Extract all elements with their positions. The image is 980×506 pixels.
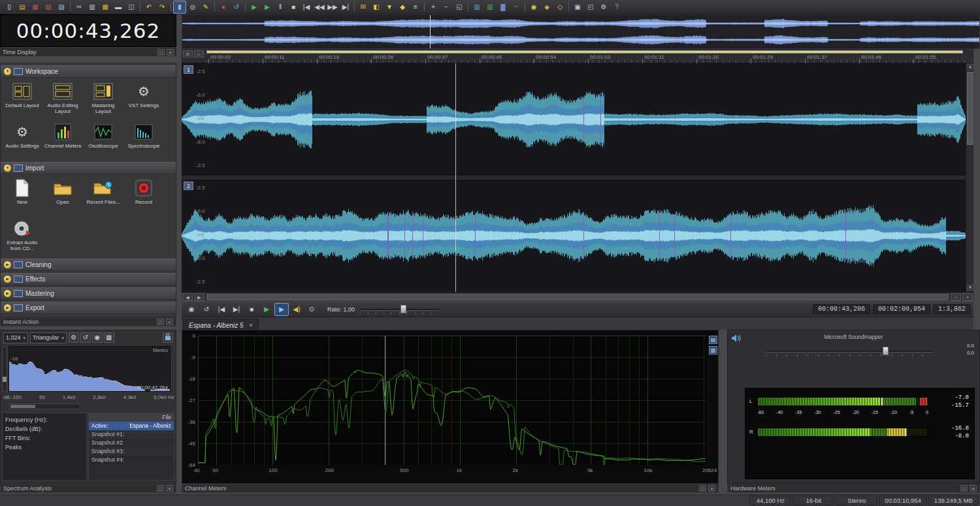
close-window-button[interactable]: × (166, 485, 173, 492)
auto-ripple-icon[interactable]: ≡ (409, 1, 422, 14)
record-button[interactable]: ◉ (184, 303, 199, 316)
channel-meters-button[interactable]: Channel Meters (42, 119, 83, 159)
waveform-overview[interactable] (182, 14, 980, 49)
section-collapse-icon[interactable]: ▼ (4, 68, 11, 75)
output-gain-fader[interactable] (766, 346, 933, 356)
fft-size-select[interactable]: 1,024 ▾ (3, 332, 28, 343)
close-window-button[interactable]: × (708, 485, 715, 492)
help-icon[interactable]: ? (610, 1, 623, 14)
go-to-start-button[interactable]: |◀ (214, 303, 229, 316)
scrollbar-thumb[interactable] (967, 72, 973, 145)
spectrum-display[interactable]: Stereo -18 00:00:42,264 (8, 346, 171, 392)
scroll-up-button[interactable]: ▲ (966, 63, 973, 71)
float-window-button[interactable]: □ (699, 485, 706, 492)
channel-1-badge[interactable]: 1 (184, 65, 193, 74)
file-tab[interactable]: Espana - Albeniz 5 × (183, 319, 259, 330)
stop-icon[interactable]: ■ (287, 1, 300, 14)
sa-snapshot-icon[interactable]: ◉ (92, 332, 103, 343)
section-expand-icon[interactable]: ▶ (4, 276, 11, 283)
play-button[interactable]: ▶ (259, 303, 274, 316)
ruler-marker-mode-icon[interactable]: ⊙ (183, 50, 193, 57)
snapshot-row[interactable]: Snapshot #4: (89, 456, 174, 464)
insert-marker-icon[interactable]: ▼ (383, 1, 396, 14)
forward-icon[interactable]: ▶▶ (326, 1, 339, 14)
cut-icon[interactable]: ✂ (73, 1, 86, 14)
section-header-mastering[interactable]: ▶Mastering (1, 287, 176, 300)
go-to-start-icon[interactable]: |◀ (300, 1, 313, 14)
rewind-icon[interactable]: ◀◀ (313, 1, 326, 14)
close-window-button[interactable]: × (166, 319, 173, 325)
play-all-icon[interactable]: ▶ (248, 1, 261, 14)
overview-canvas[interactable] (182, 15, 979, 48)
play-plugin-chain-button[interactable]: ▶ (274, 303, 289, 316)
section-header-workspace[interactable]: ▼Workspace (1, 65, 176, 78)
crossfade-tool-icon[interactable]: ◧ (370, 1, 383, 14)
window-type-select[interactable]: Triangular ▾ (30, 332, 67, 343)
sa-grid-icon[interactable]: ▦ (104, 332, 114, 343)
section-header-export[interactable]: ▶Export (1, 302, 176, 314)
cm-display-mode-button[interactable]: ▤ (709, 336, 717, 344)
window-docks-icon[interactable]: ▣ (571, 1, 584, 14)
trim-icon[interactable]: ▬ (112, 1, 125, 14)
audio-editing-layout-button[interactable]: Audio Editing Layout (42, 78, 83, 119)
envelope-tool-icon[interactable]: ✉ (357, 1, 370, 14)
hardware-meters-toggle-icon[interactable]: ▥ (483, 1, 497, 14)
spectroscope-button[interactable]: Spectroscope (123, 119, 164, 159)
file-open-icon[interactable]: ▤ (16, 1, 29, 14)
oscilloscope-toggle-icon[interactable]: ~ (510, 1, 523, 14)
scroll-down-button[interactable]: ▼ (966, 284, 973, 292)
ruler-loop-region-icon[interactable]: ↔ (194, 50, 204, 57)
file-new-icon[interactable]: ▯ (3, 1, 16, 14)
fader-handle[interactable] (883, 347, 889, 355)
play-icon[interactable]: ▶ (261, 1, 274, 14)
pencil-tool-icon[interactable]: ✎ (199, 1, 212, 14)
default-layout-button[interactable]: Default Layout (2, 78, 42, 119)
copy-icon[interactable]: ▥ (86, 1, 99, 14)
undo-icon[interactable]: ↶ (142, 1, 155, 14)
scrub-button[interactable]: ◀) (289, 303, 304, 316)
rate-slider[interactable] (360, 305, 438, 314)
snapshot-row[interactable]: Snapshot #3: (89, 447, 174, 456)
file-save-icon[interactable]: ▦ (29, 1, 42, 14)
spectrum-zoom-slider[interactable] (2, 347, 7, 392)
new-button[interactable]: New (2, 175, 42, 215)
zoom-out-icon[interactable]: − (440, 1, 453, 14)
scrollbar-thumb[interactable] (206, 294, 949, 300)
slider-handle[interactable] (400, 305, 406, 313)
section-expand-icon[interactable]: ▶ (4, 304, 11, 311)
time-ruler[interactable]: ⊙↔ 00:00:0200:00:1100:00:1900:00:2800:00… (182, 49, 973, 63)
lock-icon[interactable] (163, 332, 173, 343)
channel1-waveform[interactable] (182, 63, 966, 176)
channel2-waveform[interactable] (182, 180, 966, 292)
scrollbar-thumb[interactable] (10, 405, 35, 408)
float-window-button[interactable]: □ (960, 485, 968, 492)
pause-icon[interactable]: ‖ (274, 1, 287, 14)
plugin-chain-icon[interactable]: ⚙ (597, 1, 610, 14)
section-header-cleaning[interactable]: ▶Cleaning (1, 259, 176, 271)
stop-button[interactable]: ■ (244, 303, 259, 316)
vertical-scrollbar[interactable]: ▲ ▼ (966, 63, 973, 292)
audio-settings-button[interactable]: ⚙Audio Settings (2, 119, 42, 159)
float-window-button[interactable]: □ (157, 49, 165, 55)
insert-region-icon[interactable]: ◆ (396, 1, 409, 14)
workspace-layout-icon[interactable]: ◰ (584, 1, 597, 14)
close-window-button[interactable]: × (970, 485, 977, 492)
mix-icon[interactable]: ◫ (125, 1, 138, 14)
channel-2-badge[interactable]: 2 (184, 182, 193, 190)
redo-icon[interactable]: ↷ (155, 1, 169, 14)
recent-files-button[interactable]: Recent Files... (83, 175, 123, 215)
spectrum-hscrollbar[interactable] (8, 403, 80, 409)
zoom-in-icon[interactable]: + (427, 1, 440, 14)
horizontal-scrollbar[interactable]: ◀ ▶ − + (182, 292, 973, 301)
zoom-in-button[interactable]: + (962, 293, 973, 301)
section-header-effects[interactable]: ▶Effects (1, 273, 176, 285)
file-properties-icon[interactable]: ▧ (42, 1, 55, 14)
unlock-view-icon[interactable]: ◇ (553, 1, 566, 14)
close-window-button[interactable]: × (167, 49, 174, 55)
section-header-import[interactable]: ▼Import (1, 162, 176, 174)
section-collapse-icon[interactable]: ▼ (4, 165, 11, 172)
spectrum-toggle-icon[interactable]: ▓ (497, 1, 510, 14)
magnify-tool-icon[interactable]: ◎ (186, 1, 199, 14)
slider-thumb[interactable] (3, 377, 7, 382)
lock-view-icon[interactable]: ◈ (540, 1, 553, 14)
